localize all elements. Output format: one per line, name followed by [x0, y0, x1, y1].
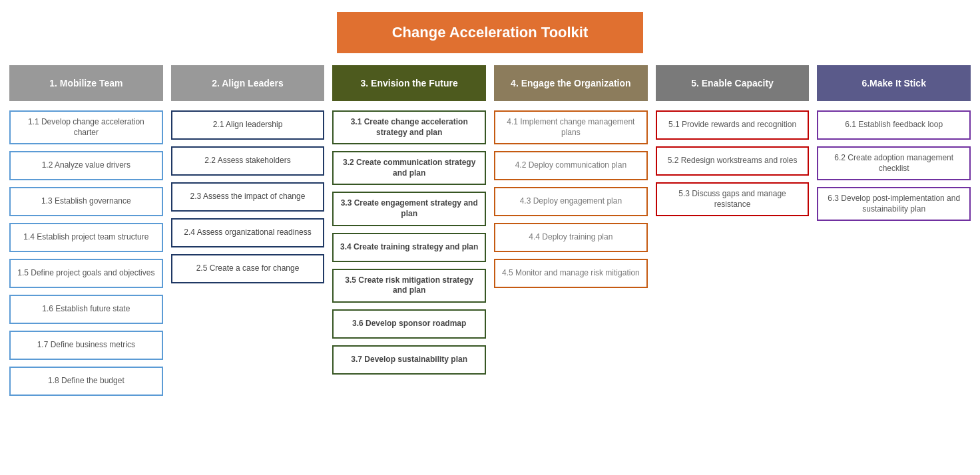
card-align-0[interactable]: 2.1 Align leadership	[171, 110, 325, 140]
card-enable-1[interactable]: 5.2 Redesign workstreams and roles	[656, 146, 810, 176]
card-align-4[interactable]: 2.5 Create a case for change	[171, 254, 325, 283]
card-engage-0[interactable]: 4.1 Implement change management plans	[494, 110, 648, 144]
card-envision-4[interactable]: 3.5 Create risk mitigation strategy and …	[332, 269, 486, 303]
card-enable-2[interactable]: 5.3 Discuss gaps and manage resistance	[656, 182, 810, 216]
column-header-align: 2. Align Leaders	[171, 65, 325, 101]
card-stick-1[interactable]: 6.2 Create adoption management checklist	[817, 146, 971, 180]
card-envision-5[interactable]: 3.6 Develop sponsor roadmap	[332, 309, 486, 339]
page-title: Change Acceleration Toolkit	[337, 12, 643, 53]
card-align-1[interactable]: 2.2 Assess stakeholders	[171, 146, 325, 176]
card-envision-0[interactable]: 3.1 Create change acceleration strategy …	[332, 110, 486, 144]
card-mobilize-6[interactable]: 1.7 Define business metrics	[9, 331, 163, 360]
card-envision-3[interactable]: 3.4 Create training strategy and plan	[332, 233, 486, 262]
column-align: 2. Align Leaders2.1 Align leadership2.2 …	[167, 65, 329, 402]
card-mobilize-2[interactable]: 1.3 Establish governance	[9, 187, 163, 216]
card-stick-2[interactable]: 6.3 Develop post-implementation and sust…	[817, 187, 971, 221]
card-align-2[interactable]: 2.3 Assess the impact of change	[171, 182, 325, 212]
column-engage: 4. Engage the Organization4.1 Implement …	[490, 65, 652, 402]
column-header-envision: 3. Envision the Future	[332, 65, 486, 101]
card-engage-1[interactable]: 4.2 Deploy communication plan	[494, 151, 648, 180]
column-header-enable: 5. Enable Capacity	[656, 65, 810, 101]
card-align-3[interactable]: 2.4 Assess organizational readiness	[171, 218, 325, 247]
column-envision: 3. Envision the Future3.1 Create change …	[328, 65, 490, 402]
card-mobilize-3[interactable]: 1.4 Establish project team structure	[9, 223, 163, 252]
column-enable: 5. Enable Capacity5.1 Provide rewards an…	[652, 65, 814, 402]
card-enable-0[interactable]: 5.1 Provide rewards and recognition	[656, 110, 810, 140]
columns-wrapper: 1. Mobilize Team1.1 Develop change accel…	[0, 65, 980, 402]
column-header-stick: 6.Make It Stick	[817, 65, 971, 101]
card-envision-2[interactable]: 3.3 Create engagement strategy and plan	[332, 192, 486, 226]
card-mobilize-1[interactable]: 1.2 Analyze value drivers	[9, 151, 163, 180]
card-mobilize-5[interactable]: 1.6 Establish future state	[9, 295, 163, 324]
card-engage-3[interactable]: 4.4 Deploy training plan	[494, 223, 648, 252]
column-header-engage: 4. Engage the Organization	[494, 65, 648, 101]
column-stick: 6.Make It Stick6.1 Establish feedback lo…	[813, 65, 975, 402]
card-envision-6[interactable]: 3.7 Develop sustainability plan	[332, 345, 486, 375]
card-mobilize-0[interactable]: 1.1 Develop change acceleration charter	[9, 110, 163, 144]
card-engage-2[interactable]: 4.3 Deploy engagement plan	[494, 187, 648, 216]
column-header-mobilize: 1. Mobilize Team	[9, 65, 163, 101]
card-envision-1[interactable]: 3.2 Create communication strategy and pl…	[332, 151, 486, 185]
card-engage-4[interactable]: 4.5 Monitor and manage risk mitigation	[494, 259, 648, 288]
card-mobilize-4[interactable]: 1.5 Define project goals and objectives	[9, 259, 163, 288]
column-mobilize: 1. Mobilize Team1.1 Develop change accel…	[5, 65, 167, 402]
card-stick-0[interactable]: 6.1 Establish feedback loop	[817, 110, 971, 140]
card-mobilize-7[interactable]: 1.8 Define the budget	[9, 367, 163, 396]
